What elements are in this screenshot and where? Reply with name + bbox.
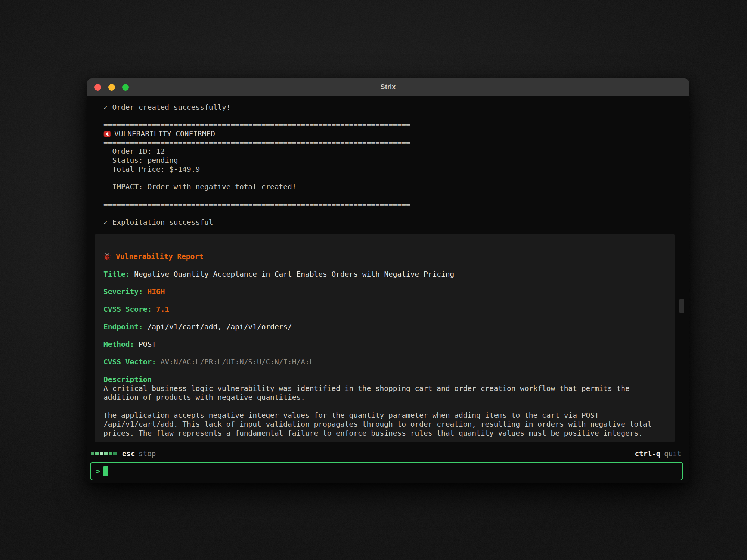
field-label: Method: xyxy=(103,340,134,349)
field-label: CVSS Score: xyxy=(103,305,152,314)
scrollbar-thumb[interactable] xyxy=(679,299,684,313)
status-bar: esc stop ctrl-q quit xyxy=(87,445,689,462)
close-button[interactable] xyxy=(94,84,101,91)
description-line: addition of products with negative quant… xyxy=(103,393,668,402)
command-input[interactable]: > xyxy=(90,462,683,480)
log-banner-title: VULNERABILITY CONFIRMED xyxy=(114,130,215,139)
quit-key-hint: ctrl-q xyxy=(635,449,661,458)
report-field-cvss-vector: CVSS Vector: AV:N/AC:L/PR:L/UI:N/S:U/C:N… xyxy=(103,358,668,367)
prompt-symbol: > xyxy=(96,467,100,476)
description-line: prices. The flaw represents a fundamenta… xyxy=(103,429,668,438)
field-label: CVSS Vector: xyxy=(103,358,156,366)
spinner-dot xyxy=(95,452,99,455)
log-divider: ========================================… xyxy=(87,200,689,209)
text-cursor xyxy=(103,466,108,476)
minimize-button[interactable] xyxy=(108,84,115,91)
field-value: Negative Quantity Acceptance in Cart Ena… xyxy=(134,270,454,279)
log-detail-order-id: Order ID: 12 xyxy=(87,147,689,156)
esc-key-hint: esc xyxy=(122,449,135,458)
description-line: /api/v1/cart/add. This lack of input val… xyxy=(103,420,668,429)
app-window: Strix ✓ Order created successfully! ====… xyxy=(87,78,689,483)
report-heading-row: Vulnerability Report xyxy=(103,252,668,261)
field-value: 7.1 xyxy=(156,305,169,314)
report-field-endpoint: Endpoint: /api/v1/cart/add, /api/v1/orde… xyxy=(103,323,668,332)
log-divider: ========================================… xyxy=(87,139,689,147)
report-field-title: Title: Negative Quantity Acceptance in C… xyxy=(103,270,668,279)
report-field-severity: Severity: HIGH xyxy=(103,287,668,296)
log-detail-total-price: Total Price: $-149.9 xyxy=(87,165,689,174)
spinner-dot xyxy=(100,452,103,455)
bug-icon xyxy=(103,253,111,261)
title-bar[interactable]: Strix xyxy=(87,78,689,96)
description-line: The application accepts negative integer… xyxy=(103,411,668,420)
field-label: Severity: xyxy=(103,287,143,296)
log-banner: VULNERABILITY CONFIRMED xyxy=(87,130,689,139)
report-field-method: Method: POST xyxy=(103,340,668,349)
field-value: HIGH xyxy=(147,287,165,296)
desktop-background: { "window": { "title": "Strix" }, "color… xyxy=(0,0,747,560)
field-value: POST xyxy=(139,340,156,349)
spinner-dot xyxy=(91,452,94,455)
field-value: /api/v1/cart/add, /api/v1/orders/ xyxy=(147,323,292,331)
log-blank-line xyxy=(87,209,689,218)
field-label: Title: xyxy=(103,270,130,279)
status-left: esc stop xyxy=(91,449,156,458)
log-success-order: ✓ Order created successfully! xyxy=(87,103,689,112)
report-panel: Vulnerability Report Title: Negative Qua… xyxy=(95,234,675,442)
spinner-dot xyxy=(113,452,117,455)
terminal-log[interactable]: ✓ Order created successfully! ==========… xyxy=(87,96,689,445)
description-line: A critical business logic vulnerability … xyxy=(103,384,668,393)
log-impact: IMPACT: Order with negative total create… xyxy=(87,183,689,192)
window-title: Strix xyxy=(380,83,396,91)
spinner-dots xyxy=(91,452,117,455)
esc-action-label: stop xyxy=(139,449,156,458)
spinner-dot xyxy=(104,452,108,455)
log-success-exploit: ✓ Exploitation successful xyxy=(87,218,689,227)
report-heading: Vulnerability Report xyxy=(116,252,204,261)
quit-action-label: quit xyxy=(664,449,681,458)
siren-icon xyxy=(103,130,111,138)
traffic-lights xyxy=(94,78,129,96)
log-detail-status: Status: pending xyxy=(87,156,689,165)
log-blank-line xyxy=(87,112,689,121)
status-right: ctrl-q quit xyxy=(635,449,681,458)
description-heading: Description xyxy=(103,375,668,384)
spinner-dot xyxy=(109,452,112,455)
field-value: AV:N/AC:L/PR:L/UI:N/S:U/C:N/I:H/A:L xyxy=(161,358,314,366)
log-blank-line xyxy=(87,192,689,200)
description-blank-line xyxy=(103,402,668,411)
log-blank-line xyxy=(87,174,689,183)
log-divider: ========================================… xyxy=(87,121,689,130)
zoom-button[interactable] xyxy=(122,84,129,91)
field-label: Endpoint: xyxy=(103,323,143,331)
report-field-cvss-score: CVSS Score: 7.1 xyxy=(103,305,668,314)
